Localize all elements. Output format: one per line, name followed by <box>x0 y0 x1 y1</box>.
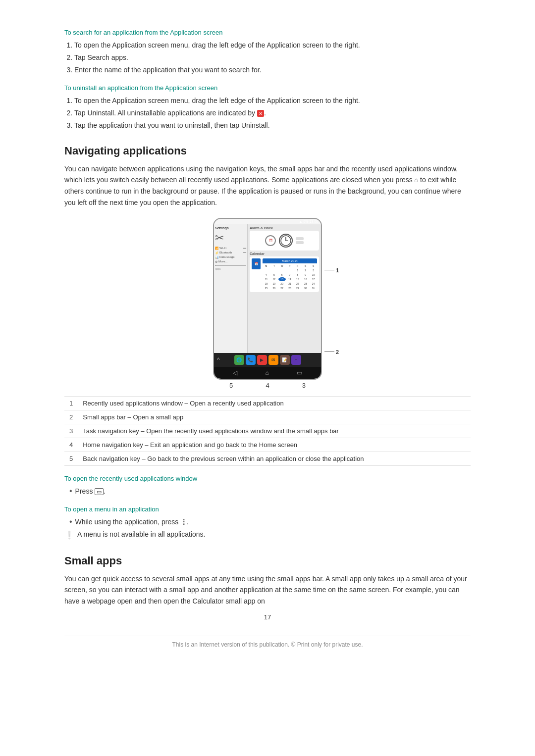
clock-svg <box>280 235 292 247</box>
expand-icon: ^ <box>217 356 220 363</box>
search-step-1: To open the Application screen menu, dra… <box>74 40 471 50</box>
task-nav: ▭ <box>297 369 302 376</box>
label-4: 4 <box>266 382 269 389</box>
table-row-3: 3 Task navigation key – Open the recentl… <box>64 424 471 438</box>
cal-content: March 2014 M T W T F S S <box>263 258 317 290</box>
page-content: To search for an application from the Ap… <box>54 0 481 678</box>
table-desc-1: Recently used applications window – Open… <box>78 396 471 410</box>
status-text: ▲ 0% 13:00 <box>299 220 318 223</box>
sidebar-wifi: 📶 Wi-Fi ━━ <box>215 247 246 250</box>
uninstall-icon: ✕ <box>257 110 264 117</box>
page-footer: This is an Internet version of this publ… <box>64 636 471 648</box>
home-nav: ⌂ <box>265 369 268 376</box>
nav-body-text: You can navigate between applications us… <box>64 163 471 208</box>
phone-nav-bar: ◁ ⌂ ▭ <box>214 367 321 379</box>
bullet-star-2: • <box>69 517 72 527</box>
phone-mockup: ▲ 0% 13:00 Settings ✂ 📶 Wi-Fi ━━ <box>213 218 322 380</box>
small-app-6: + <box>291 355 301 365</box>
table-num-4: 4 <box>64 438 78 452</box>
reference-table: 1 Recently used applications window – Op… <box>64 396 471 466</box>
search-step-2: Tap Search apps. <box>74 52 471 63</box>
label-3: 3 <box>302 382 306 389</box>
uninstall-step-1: To open the Application screen menu, dra… <box>74 96 471 106</box>
sidebar-bluetooth: ⚡ Bluetooth ━━ <box>215 251 246 254</box>
table-row-4: 4 Home navigation key – Exit an applicat… <box>64 438 471 452</box>
calendar-label: Calendar <box>250 252 319 255</box>
small-app-4: ✉ <box>268 355 278 365</box>
cal-icon: 📅 <box>252 258 261 269</box>
alarm-icon: ⏰ <box>265 235 276 246</box>
clock-widget: ⏰ <box>250 231 319 251</box>
small-apps-icons: 🌐 📞 ▶ ✉ 📝 + <box>234 355 301 365</box>
table-num-2: 2 <box>64 410 78 424</box>
alarm-controls <box>296 237 304 244</box>
uninstall-heading: To uninstall an application from the App… <box>64 84 471 92</box>
menu-heading: To open a menu in an application <box>64 505 471 513</box>
table-desc-4: Home navigation key – Exit an applicatio… <box>78 438 471 452</box>
scissors-icon: ✂ <box>215 232 246 245</box>
phone-screen-area: Settings ✂ 📶 Wi-Fi ━━ ⚡ Bluetooth ━━ <box>214 224 321 353</box>
search-heading: To search for an application from the Ap… <box>64 29 471 36</box>
small-app-5: 📝 <box>280 355 290 365</box>
nav-applications-heading: Navigating applications <box>64 145 471 157</box>
search-step-3: Enter the name of the application that y… <box>74 65 471 75</box>
table-num-5: 5 <box>64 452 78 465</box>
small-app-3: ▶ <box>257 355 267 365</box>
table-row-5: 5 Back navigation key – Go back to the p… <box>64 452 471 465</box>
clock-face <box>279 234 293 248</box>
phone-main-area: Alarm & clock ⏰ <box>248 224 321 353</box>
cal-grid: M T W T F S S <box>263 264 317 290</box>
calendar-widget: 📅 March 2014 M T W T F <box>250 256 319 292</box>
phone-sidebar: Settings ✂ 📶 Wi-Fi ━━ ⚡ Bluetooth ━━ <box>214 224 248 353</box>
small-app-1: 🌐 <box>234 355 244 365</box>
small-app-2: 📞 <box>246 355 256 365</box>
table-num-1: 1 <box>64 396 78 410</box>
table-row-2: 2 Small apps bar – Open a small app <box>64 410 471 424</box>
table-desc-2: Small apps bar – Open a small app <box>78 410 471 424</box>
task-key-icon: ▭ <box>95 488 104 495</box>
phone-status-bar: ▲ 0% 13:00 <box>214 219 321 224</box>
search-steps-list: To open the Application screen menu, dra… <box>74 40 471 75</box>
sidebar-title: Settings <box>215 226 246 230</box>
table-row-1: 1 Recently used applications window – Op… <box>64 396 471 410</box>
back-nav: ◁ <box>233 369 237 376</box>
bullet-star-1: • <box>69 486 72 497</box>
warning-icon: ❕ <box>64 530 74 541</box>
uninstall-steps-list: To open the Application screen menu, dra… <box>74 96 471 131</box>
page-number: 17 <box>64 613 471 621</box>
label-1: 1 <box>324 267 339 273</box>
sidebar-more: ⚙ More... <box>215 260 246 263</box>
label-5: 5 <box>229 382 233 389</box>
recently-used-heading: To open the recently used applications w… <box>64 475 471 482</box>
phone-diagram: ▲ 0% 13:00 Settings ✂ 📶 Wi-Fi ━━ <box>64 218 471 389</box>
sidebar-apps-label: Apps <box>215 267 246 270</box>
menu-warning: ❕ A menu is not available in all applica… <box>64 530 471 541</box>
table-desc-5: Back navigation key – Go back to the pre… <box>78 452 471 465</box>
label-2: 2 <box>324 349 339 355</box>
table-desc-3: Task navigation key – Open the recently … <box>78 424 471 438</box>
small-apps-body: You can get quick access to several smal… <box>64 573 471 606</box>
uninstall-step-3: Tap the application that you want to uni… <box>74 120 471 131</box>
cal-header: March 2014 <box>263 258 317 263</box>
recently-used-step: • Press ▭. <box>69 486 471 497</box>
phone-small-apps-bar: ^ 🌐 📞 ▶ ✉ 📝 + <box>214 353 321 367</box>
small-apps-heading: Small apps <box>64 554 471 567</box>
sidebar-data: 📊 Data usage <box>215 255 246 259</box>
alarm-label: Alarm & clock <box>250 226 319 230</box>
table-num-3: 3 <box>64 424 78 438</box>
three-dots-icon: ⋮ <box>180 518 187 526</box>
home-icon-inline: ⌂ <box>415 176 420 184</box>
uninstall-step-2: Tap Uninstall. All uninstallable applica… <box>74 108 471 118</box>
sidebar-divider <box>215 265 246 266</box>
menu-step: • While using the application, press ⋮. <box>69 517 471 527</box>
nav-bar-labels: 5 4 3 <box>213 382 322 389</box>
